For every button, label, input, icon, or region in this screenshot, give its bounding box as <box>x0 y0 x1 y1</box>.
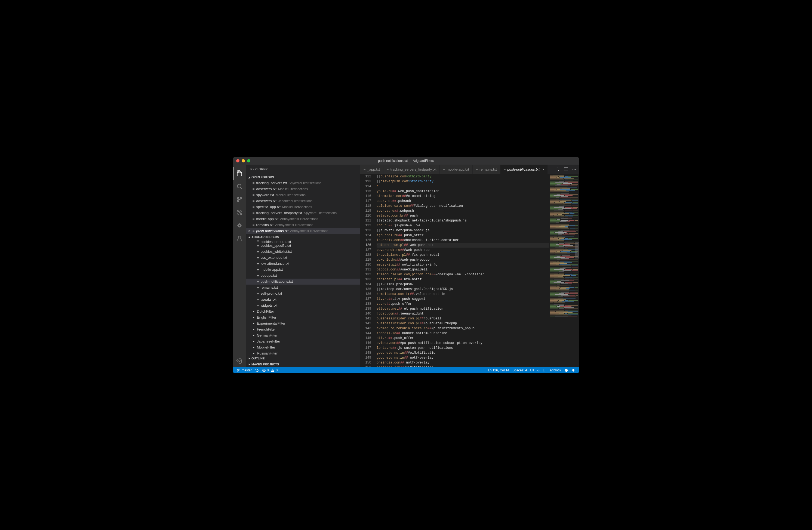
file-icon: ≡ <box>364 167 366 172</box>
encoding[interactable]: UTF-8 <box>529 368 541 372</box>
folder-name: DutchFilter <box>257 309 274 313</box>
feedback-icon[interactable] <box>563 368 570 372</box>
outline-header[interactable]: ▸ OUTLINE <box>246 355 360 361</box>
svg-point-13 <box>575 169 576 170</box>
folder-item[interactable]: ▸MobileFilter <box>246 344 360 350</box>
notifications-icon[interactable] <box>570 368 577 372</box>
open-editor-item[interactable]: ×≡tracking_servers_firstparty.txtSpyware… <box>246 210 360 216</box>
file-name: popups.txt <box>261 274 277 278</box>
svg-point-16 <box>566 369 566 370</box>
sync-icon[interactable] <box>253 368 260 372</box>
code-content[interactable]: ||push4site.com^$third-party||cleverpush… <box>376 174 549 367</box>
settings-icon[interactable] <box>233 354 246 367</box>
test-icon[interactable] <box>233 232 246 245</box>
svg-point-11 <box>572 169 574 170</box>
project-header[interactable]: ◢ ADGUARDFILTERS <box>246 234 360 240</box>
file-item[interactable]: ≡push-notifications.txt <box>246 279 360 284</box>
tab-label: remains.txt <box>479 167 497 172</box>
tab-label: _app.txt <box>367 167 380 172</box>
editor-tab[interactable]: ≡tracking_servers_firstparty.txt <box>383 165 440 174</box>
more-icon[interactable] <box>572 167 576 172</box>
open-editor-item[interactable]: ×≡mobile-app.txtAnnoyancesFilter/section… <box>246 216 360 222</box>
editor-tab[interactable]: ≡mobile-app.txt <box>440 165 473 174</box>
file-item[interactable]: ≡cookies_specific.txt <box>246 243 360 249</box>
cursor-position[interactable]: Ln 126, Col 14 <box>486 368 511 372</box>
extensions-icon[interactable] <box>233 219 246 232</box>
file-item[interactable]: ≡popups.txt <box>246 273 360 279</box>
folder-name: EnglishFilter <box>257 315 276 320</box>
maximize-window-button[interactable] <box>247 159 250 162</box>
file-item[interactable]: ≡mobile-app.txt <box>246 267 360 273</box>
file-item[interactable]: ≡css_extended.txt <box>246 255 360 261</box>
file-tree: ≡cookies_general.txt≡cookies_specific.tx… <box>246 240 360 355</box>
folder-item[interactable]: ▸GermanFilter <box>246 333 360 338</box>
line-gutter: 1121131141151161171181191201211221231241… <box>360 174 376 367</box>
open-editors-list: ×≡tracking_servers.txtSpywareFilter/sect… <box>246 180 360 234</box>
file-item[interactable]: ≡self-promo.txt <box>246 291 360 297</box>
open-editor-item[interactable]: ×≡tracking_servers.txtSpywareFilter/sect… <box>246 180 360 186</box>
close-icon[interactable]: × <box>247 229 251 233</box>
indentation[interactable]: Spaces: 4 <box>511 368 528 372</box>
open-editor-item[interactable]: ×≡adservers.txtJapaneseFilter/sections <box>246 198 360 204</box>
file-icon: ≡ <box>252 187 255 191</box>
file-item[interactable]: ≡tweaks.txt <box>246 297 360 303</box>
file-name: widgets.txt <box>261 303 277 307</box>
scrollbar[interactable] <box>575 174 579 367</box>
folder-item[interactable]: ▸FrenchFilter <box>246 326 360 333</box>
open-editor-item[interactable]: ×≡specific_app.txtMobileFilter/sections <box>246 204 360 210</box>
file-icon: ≡ <box>257 274 259 278</box>
chevron-right-icon: ▸ <box>253 328 256 331</box>
editor-tab[interactable]: ≡_app.txt <box>360 165 383 174</box>
close-window-button[interactable] <box>236 159 240 162</box>
source-control-icon[interactable] <box>233 193 246 206</box>
scrollbar-thumb[interactable] <box>575 242 579 259</box>
explorer-icon[interactable] <box>233 167 246 180</box>
folder-item[interactable]: ▸DutchFilter <box>246 309 360 314</box>
compare-icon[interactable] <box>556 167 560 172</box>
file-path: MobileFilter/sections <box>278 187 308 191</box>
file-item[interactable]: ≡cookies_whitelist.txt <box>246 249 360 255</box>
folder-item[interactable]: ▸RussianFilter <box>246 350 360 355</box>
branch-name: master <box>242 368 252 372</box>
maven-header[interactable]: ▸ MAVEN PROJECTS <box>246 361 360 367</box>
language-mode[interactable]: adblock <box>548 368 563 372</box>
chevron-down-icon: ◢ <box>247 235 251 238</box>
file-icon: ≡ <box>257 285 259 290</box>
section-label: ADGUARDFILTERS <box>251 235 279 239</box>
file-name: cookies_specific.txt <box>261 244 291 248</box>
editor-tab[interactable]: ≡push-notifications.txt× <box>501 165 548 174</box>
open-editor-item[interactable]: ×≡spyware.txtMobileFilter/sections <box>246 192 360 198</box>
minimize-window-button[interactable] <box>242 159 245 162</box>
file-name: remains.txt <box>256 223 274 227</box>
svg-point-1 <box>237 197 238 198</box>
git-branch[interactable]: master <box>235 368 253 372</box>
problems[interactable]: 0 0 <box>260 368 279 372</box>
open-editor-item[interactable]: ×≡push-notifications.txtAnnoyancesFilter… <box>246 228 360 234</box>
file-icon: ≡ <box>252 205 255 209</box>
file-item[interactable]: ≡remains.txt <box>246 284 360 291</box>
file-path: AnnoyancesFilter/sections <box>275 223 313 227</box>
editor-tab[interactable]: ≡remains.txt <box>473 165 501 174</box>
open-editors-header[interactable]: ◢ OPEN EDITORS <box>246 174 360 180</box>
file-name: cookies_whitelist.txt <box>261 250 292 253</box>
search-icon[interactable] <box>233 180 246 193</box>
editor-body[interactable]: 1121131141151161171181191201211221231241… <box>360 174 579 367</box>
debug-icon[interactable] <box>233 206 246 219</box>
folder-name: JapaneseFilter <box>257 339 280 343</box>
file-name: tracking_servers.txt <box>256 181 287 185</box>
file-item[interactable]: ≡low-attendance.txt <box>246 261 360 267</box>
section-label: OUTLINE <box>251 357 264 360</box>
eol[interactable]: LF <box>541 368 548 372</box>
open-editor-item[interactable]: ×≡adservers.txtMobileFilter/sections <box>246 186 360 192</box>
close-icon[interactable]: × <box>542 167 545 172</box>
titlebar: push-notifications.txt — AdguardFilters <box>233 157 579 165</box>
folder-item[interactable]: ▸JapaneseFilter <box>246 338 360 344</box>
file-item[interactable]: ≡widgets.txt <box>246 303 360 309</box>
file-name: tweaks.txt <box>261 297 276 301</box>
minimap[interactable] <box>549 174 579 367</box>
folder-item[interactable]: ▸EnglishFilter <box>246 314 360 321</box>
folder-item[interactable]: ▸ExperimentalFilter <box>246 321 360 326</box>
split-editor-icon[interactable] <box>564 167 568 172</box>
file-name: css_extended.txt <box>261 255 287 260</box>
open-editor-item[interactable]: ×≡remains.txtAnnoyancesFilter/sections <box>246 222 360 228</box>
